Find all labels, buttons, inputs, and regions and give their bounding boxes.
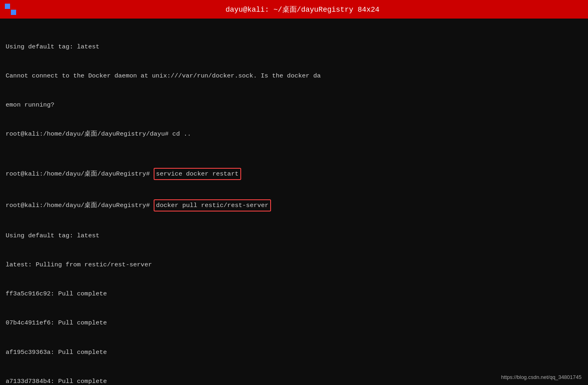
terminal-body[interactable]: Using default tag: latest Cannot connect… <box>0 19 588 385</box>
line10: 07b4c4911ef6: Pull complete <box>6 318 582 328</box>
highlight-cmd-2: docker pull restic/rest-server <box>154 199 271 211</box>
line9: ff3a5c916c92: Pull complete <box>6 289 582 299</box>
terminal-window: dayu@kali: ~/桌面/dayuRegistry 84x24 Using… <box>0 0 588 385</box>
window-title: dayu@kali: ~/桌面/dayuRegistry 84x24 <box>22 4 583 14</box>
highlight-cmd-1: service docker restart <box>154 168 241 180</box>
watermark: https://blog.csdn.net/qq_34801745 <box>501 374 582 380</box>
line1: Using default tag: latest <box>6 42 582 52</box>
line7: Using default tag: latest <box>6 231 582 241</box>
titlebar: dayu@kali: ~/桌面/dayuRegistry 84x24 <box>0 0 588 19</box>
line11: af195c39363a: Pull complete <box>6 347 582 357</box>
terminal-output: Using default tag: latest Cannot connect… <box>6 23 582 385</box>
terminal-icon <box>5 4 16 15</box>
line5-6-box: root@kali:/home/dayu/桌面/dayuRegistry# se… <box>6 168 582 180</box>
line4: root@kali:/home/dayu/桌面/dayuRegistry/day… <box>6 129 582 139</box>
line3: emon running? <box>6 100 582 110</box>
line12: a7133d7384b4: Pull complete <box>6 377 582 385</box>
line6: root@kali:/home/dayu/桌面/dayuRegistry# do… <box>6 199 582 211</box>
line2: Cannot connect to the Docker daemon at u… <box>6 71 582 81</box>
line8: latest: Pulling from restic/rest-server <box>6 260 582 270</box>
